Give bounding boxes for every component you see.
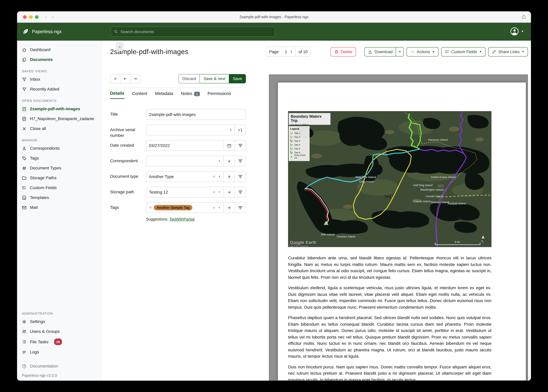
- add-storage-path-button[interactable]: [224, 187, 235, 197]
- legend-label: Day 4: [294, 143, 300, 146]
- sidebar-item-users-groups[interactable]: Users & Groups: [17, 327, 101, 336]
- tag-icon: [22, 156, 27, 161]
- minimize-window-button[interactable]: [29, 15, 33, 19]
- paragraph: Duis non tincidunt purus. Nam quis sapie…: [288, 364, 491, 381]
- close-document-button[interactable]: [110, 74, 120, 83]
- asn-input[interactable]: ▲▼: [146, 125, 235, 135]
- tab-permissions[interactable]: Permissions: [208, 91, 231, 98]
- sidebar-close-all[interactable]: Close all: [17, 124, 101, 133]
- logs-icon: [22, 350, 27, 355]
- tab-notes[interactable]: Notes1: [181, 91, 200, 98]
- custom-fields-button[interactable]: Custom Fields▼: [441, 47, 485, 56]
- custom-fields-icon: [22, 185, 27, 190]
- sidebar-item-settings[interactable]: Settings: [17, 317, 101, 327]
- add-correspondent-button[interactable]: [224, 156, 235, 166]
- asn-plus-one-button[interactable]: +1: [235, 125, 246, 135]
- next-document-button[interactable]: [130, 74, 141, 83]
- previous-document-button[interactable]: [120, 74, 130, 83]
- map-scale-label: 3 mi: [455, 240, 460, 244]
- folder-icon: [22, 175, 27, 180]
- save-button[interactable]: Save: [229, 74, 246, 83]
- map-legend: Legend Day 1 Day 2 Day 3 Day 4 Day 5 Day…: [289, 126, 310, 161]
- tags-filter-button[interactable]: [235, 202, 246, 213]
- sidebar-item-correspondents[interactable]: Correspondents: [17, 143, 101, 153]
- clear-icon[interactable]: ✕: [212, 190, 216, 194]
- correspondent-filter-button[interactable]: [235, 156, 246, 166]
- clear-icon[interactable]: ✕: [212, 174, 216, 179]
- actions-button[interactable]: Actions▼: [407, 47, 438, 56]
- tags-label: Tags: [110, 202, 144, 210]
- calendar-button[interactable]: [224, 140, 235, 151]
- document-type-select[interactable]: Another Type✕▼: [146, 171, 224, 182]
- tag-chip[interactable]: Another Sample Tag: [154, 205, 192, 210]
- sidebar-item-tags[interactable]: Tags: [17, 153, 101, 163]
- sidebar-item-templates[interactable]: Templates: [17, 193, 101, 203]
- tags-select[interactable]: ✕Another Sample Tag✕▼: [146, 202, 224, 213]
- page-number-input[interactable]: 1▲▼: [282, 47, 296, 56]
- add-document-type-button[interactable]: [224, 171, 235, 182]
- paragraph: Vestibulum eleifend, ligula a scelerisqu…: [288, 285, 491, 310]
- sidebar-open-doc-1[interactable]: 2sample-pdf-with-images: [17, 104, 101, 114]
- sidebar-item-logs[interactable]: Logs: [17, 347, 101, 357]
- sidebar-item-documentation[interactable]: Documentation: [17, 361, 101, 371]
- close-window-button[interactable]: [23, 15, 27, 19]
- sidebar-item-mail[interactable]: Mail: [17, 203, 101, 212]
- legend-label: Day 6: [294, 151, 300, 154]
- asn-field-label: Archive serial number: [110, 125, 144, 138]
- title-input[interactable]: [146, 109, 246, 120]
- brand-name: Paperless-ngx: [32, 29, 62, 34]
- traffic-lights[interactable]: [23, 15, 39, 19]
- page-stepper-icon[interactable]: ▲▼: [290, 50, 292, 54]
- search-input[interactable]: [120, 29, 272, 34]
- storage-path-filter-button[interactable]: [235, 187, 246, 197]
- browser-forward-icon[interactable]: ›: [52, 14, 54, 19]
- title-input-field[interactable]: [149, 112, 243, 117]
- pdf-preview-pane[interactable]: Hausons Island New York Island Gary Isla…: [269, 74, 528, 381]
- sidebar-item-documents[interactable]: Documents: [17, 55, 101, 64]
- tab-metadata[interactable]: Metadata: [155, 91, 173, 98]
- sidebar-item-file-tasks[interactable]: File Tasks16: [17, 336, 101, 347]
- global-search[interactable]: [111, 27, 275, 37]
- caret-down-icon: ▼: [218, 206, 221, 209]
- storage-path-select[interactable]: Testing 12✕▼: [146, 187, 224, 197]
- sidebar-open-doc-2[interactable]: H7_Napoleon_Bonaparte_zadanie: [17, 114, 101, 124]
- date-input-field[interactable]: [149, 143, 221, 148]
- brand[interactable]: Paperless-ngx: [22, 28, 62, 35]
- share-links-button[interactable]: Share Links▼: [488, 47, 528, 56]
- document-type-filter-button[interactable]: [235, 171, 246, 182]
- add-tag-button[interactable]: [224, 202, 235, 213]
- date-filter-button[interactable]: [235, 140, 246, 151]
- delete-button[interactable]: Delete: [331, 47, 356, 56]
- share-icon[interactable]: [521, 14, 526, 19]
- sidebar-item-document-types[interactable]: Document Types: [17, 163, 101, 173]
- download-button[interactable]: Download: [364, 47, 396, 56]
- sidebar-item-storage-paths[interactable]: Storage Paths: [17, 173, 101, 183]
- browser-back-icon[interactable]: ‹: [45, 14, 47, 19]
- sidebar-collapse-button[interactable]: «: [116, 42, 123, 51]
- zoom-window-button[interactable]: [35, 15, 39, 19]
- asn-stepper-icon[interactable]: ▲▼: [230, 128, 232, 132]
- sidebar-item-label: Close all: [30, 126, 46, 132]
- tasks-icon: [22, 339, 27, 344]
- date-created-input[interactable]: [146, 140, 224, 151]
- page-navigator: Page 1▲▼ of 10: [266, 47, 311, 57]
- caret-down-icon: ▼: [432, 50, 435, 53]
- date-created-label: Date created: [110, 140, 144, 148]
- user-menu[interactable]: ▼: [510, 27, 524, 36]
- correspondent-select[interactable]: ▼: [146, 156, 224, 166]
- sidebar-item-recently-added[interactable]: Recently Added: [17, 84, 101, 94]
- tab-content[interactable]: Content: [132, 91, 147, 98]
- map-label: Hausons Island: [428, 138, 448, 141]
- remove-tag-icon[interactable]: ✕: [149, 206, 152, 210]
- sidebar-item-inbox[interactable]: Inbox: [17, 74, 101, 84]
- sidebar-item-dashboard[interactable]: Dashboard: [17, 45, 101, 55]
- clear-icon[interactable]: ✕: [212, 205, 216, 210]
- save-and-next-button[interactable]: Save & next: [200, 74, 229, 83]
- tab-details[interactable]: Details: [110, 91, 124, 99]
- sidebar-item-custom-fields[interactable]: Custom Fields: [17, 183, 101, 193]
- filter-icon: [238, 191, 242, 194]
- map-subtitle: Six days in BWCA: [291, 123, 328, 126]
- discard-button[interactable]: Discard: [178, 74, 200, 83]
- suggestion-tag-link[interactable]: TagWithPartial: [169, 217, 195, 221]
- download-dropdown-button[interactable]: ▼: [396, 47, 404, 56]
